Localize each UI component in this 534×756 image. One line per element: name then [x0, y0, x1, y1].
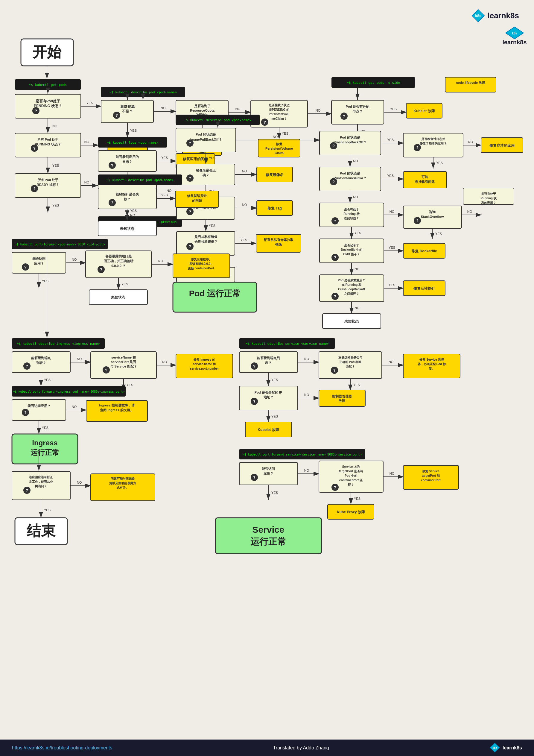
svg-text:是否检查过日志并: 是否检查过日志并	[421, 137, 445, 141]
svg-text:不足？: 不足？	[122, 109, 133, 113]
svg-text:施以及集群的暴露方: 施以及集群的暴露方	[109, 481, 136, 485]
svg-text:YES: YES	[271, 378, 278, 382]
svg-text:~$ kubectl port-forward <pod-n: ~$ kubectl port-forward <pod-name> 8080:…	[15, 243, 105, 246]
svg-text:?: ?	[33, 146, 36, 150]
svg-rect-289	[12, 399, 66, 420]
svg-text:~$ kubectl port-forward servic: ~$ kubectl port-forward service/<service…	[243, 453, 361, 456]
svg-text:NO: NO	[242, 169, 247, 173]
svg-text:?: ?	[334, 219, 336, 223]
svg-text:是否达到了: 是否达到了	[194, 104, 211, 108]
svg-text:Pod 是否分配的 IP: Pod 是否分配的 IP	[254, 391, 282, 394]
svg-text:k8s: k8s	[512, 32, 517, 35]
svg-text:?: ?	[333, 179, 335, 184]
svg-text:?: ?	[189, 244, 191, 249]
svg-text:Kubelet 故障: Kubelet 故障	[257, 428, 279, 432]
svg-text:NO: NO	[468, 140, 473, 144]
svg-text:标签选择器是否与: 标签选择器是否与	[338, 356, 362, 359]
svg-text:ImagePullBackOff ?: ImagePullBackOff ?	[190, 138, 221, 141]
svg-rect-252	[173, 254, 230, 278]
footer-link[interactable]: https://learnk8s.io/troubleshooting-depl…	[12, 745, 112, 751]
svg-text:NO: NO	[388, 360, 394, 364]
svg-text:网访问？: 网访问？	[35, 485, 47, 488]
svg-text:service.port.number: service.port.number	[190, 367, 219, 370]
svg-text:?: ?	[111, 163, 113, 168]
svg-text:能否访问: 能否访问	[32, 257, 45, 260]
svg-rect-351	[319, 390, 365, 406]
svg-text:k8s: k8s	[475, 14, 481, 18]
svg-text:NO: NO	[304, 469, 309, 472]
svg-text:?: ?	[253, 399, 255, 404]
svg-text:日志？: 日志？	[122, 160, 132, 163]
svg-text:Dockerfile 中的: Dockerfile 中的	[341, 248, 362, 252]
svg-text:NO: NO	[355, 306, 360, 310]
svg-text:NO: NO	[84, 140, 90, 144]
svg-text:?: ?	[416, 146, 418, 150]
svg-text:NO: NO	[389, 472, 395, 475]
svg-text:配置从私有仓库拉取: 配置从私有仓库拉取	[264, 238, 294, 242]
svg-text:node-lifecycle 故障: node-lifecycle 故障	[456, 81, 486, 84]
svg-text:YES: YES	[353, 383, 360, 387]
svg-text:能否看到应用的: 能否看到应用的	[116, 155, 139, 159]
svg-text:Ingress 控制器故障，请: Ingress 控制器故障，请	[99, 403, 135, 407]
svg-text:Pod 中的: Pod 中的	[345, 474, 357, 477]
svg-text:NO: NO	[161, 106, 166, 110]
svg-text:Pod 的状态是: Pod 的状态是	[196, 133, 216, 136]
footer-logo-icon: k8s	[490, 742, 500, 753]
svg-rect-80	[445, 77, 496, 92]
svg-text:?: ?	[189, 209, 191, 214]
svg-text:镜像: 镜像	[275, 243, 282, 246]
svg-text:?: ?	[100, 267, 102, 272]
svg-text:NO: NO	[353, 159, 358, 163]
svg-text:NO: NO	[158, 259, 163, 263]
svg-text:器，必须匹配 Pod 标: 器，必须匹配 Pod 标	[418, 363, 446, 366]
svg-text:控制器管理器: 控制器管理器	[332, 394, 352, 398]
svg-text:YES: YES	[126, 383, 133, 387]
svg-text:learnk8s: learnk8s	[502, 39, 526, 45]
svg-text:?: ?	[334, 255, 336, 260]
svg-text:~$ kubectl describe pod <pod-n: ~$ kubectl describe pod <pod-name>	[109, 91, 177, 94]
svg-text:Pod 的状态是: Pod 的状态是	[340, 136, 360, 139]
svg-text:?: ?	[264, 120, 266, 124]
svg-text:YES: YES	[42, 279, 48, 283]
svg-text:NO: NO	[389, 210, 395, 213]
svg-text:YES: YES	[241, 238, 247, 242]
svg-text:?: ?	[35, 109, 37, 113]
svg-text:修复: 修复	[276, 142, 283, 146]
svg-text:?: ?	[253, 475, 255, 480]
svg-text:是否有处于: 是否有处于	[481, 192, 496, 196]
svg-text:~$ kubectl describe pod <pod-n: ~$ kubectl describe pod <pod-name>	[106, 178, 174, 182]
svg-text:PersistentVolume: PersistentVolume	[265, 147, 293, 150]
svg-text:Service 上的: Service 上的	[342, 465, 360, 469]
svg-text:能否看到端点列: 能否看到端点列	[257, 356, 280, 360]
svg-text:未知状态: 未知状态	[120, 227, 135, 231]
svg-text:修复就绪探针: 修复就绪探针	[187, 194, 207, 198]
svg-text:就绪探针是否失: 就绪探针是否失	[116, 192, 139, 196]
svg-text:态的容器？: 态的容器？	[344, 217, 359, 220]
svg-text:YES: YES	[161, 193, 168, 197]
svg-text:在 Running 和: 在 Running 和	[341, 283, 361, 286]
svg-text:该应用应该可以正: 该应用应该可以正	[29, 475, 53, 479]
svg-text:CMD 指令？: CMD 指令？	[343, 253, 360, 256]
svg-text:修复 Ingress 的: 修复 Ingress 的	[193, 358, 215, 361]
svg-text:targetPort 和: targetPort 和	[422, 474, 440, 477]
svg-text:开始: 开始	[32, 44, 62, 60]
svg-text:运行正常: 运行正常	[31, 448, 59, 456]
svg-text:NO: NO	[242, 203, 247, 206]
svg-rect-387	[215, 518, 322, 554]
svg-text:修复 Service 选择: 修复 Service 选择	[419, 358, 444, 361]
svg-text:Kube Proxy 故障: Kube Proxy 故障	[337, 510, 365, 514]
svg-text:确？: 确？	[202, 173, 209, 177]
svg-text:节点？: 节点？	[353, 110, 362, 113]
svg-rect-281	[176, 354, 233, 378]
svg-text:Service: Service	[253, 525, 284, 534]
svg-text:所有 Pod 处于: 所有 Pod 处于	[37, 178, 59, 182]
svg-text:YES: YES	[388, 246, 395, 249]
svg-text:是否从私有镜像: 是否从私有镜像	[195, 235, 218, 238]
svg-text:常工作，能否从公: 常工作，能否从公	[29, 480, 53, 483]
svg-text:YES: YES	[282, 132, 288, 135]
svg-text:否正确，并正确监听: 否正确，并正确监听	[104, 259, 134, 263]
svg-text:能否看到端点: 能否看到端点	[31, 356, 51, 360]
svg-text:表？: 表？	[265, 361, 272, 364]
svg-rect-377	[403, 465, 459, 489]
svg-text:修复活性探针: 修复活性探针	[413, 286, 435, 291]
